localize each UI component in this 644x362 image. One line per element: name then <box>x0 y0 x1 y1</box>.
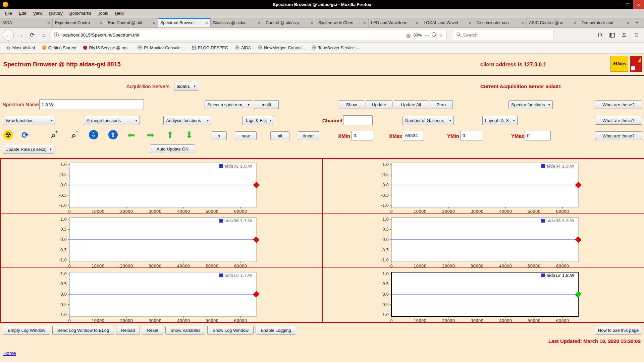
scroll-up-icon[interactable]: ⇧ <box>108 130 118 139</box>
tab-close-icon[interactable]: × <box>521 20 524 25</box>
acquisition-server-select[interactable]: aida01 <box>174 82 198 91</box>
account-icon[interactable] <box>619 30 629 40</box>
reader-mode-icon[interactable]: ▤ <box>406 33 411 38</box>
tab-close-icon[interactable]: × <box>311 20 313 25</box>
zoom-level[interactable]: 80% <box>413 33 422 38</box>
bookmark-elog-despec[interactable]: ELOG DESPEC <box>189 44 231 52</box>
tab-control-aidas-g[interactable]: Control @ aidas-g× <box>263 18 316 27</box>
refresh-icon[interactable]: ⟳ <box>21 130 29 140</box>
menu-bookmarks[interactable]: Bookmarks <box>66 9 95 18</box>
spectra-functions-dropdown[interactable]: Spectra functions <box>508 100 553 109</box>
tab-spectrum-browser[interactable]: Spectrum Browser× <box>158 18 211 27</box>
empty-log-window-button[interactable]: Empty Log Window <box>3 326 50 335</box>
tab-system-wide-chec[interactable]: System wide Chec× <box>316 18 369 27</box>
library-icon[interactable] <box>595 30 605 40</box>
menu-tools[interactable]: Tools <box>95 9 111 18</box>
spectrum-name-input[interactable] <box>39 99 144 110</box>
what-are-these-button-3[interactable]: What are these? <box>595 131 642 140</box>
home-link[interactable]: Home <box>3 351 16 356</box>
chart-cell-aida06[interactable]: 1.00.50.0-0.5-1.001000020000300004000050… <box>0 213 322 268</box>
menu-history[interactable]: History <box>46 9 66 18</box>
tab-run-control-aid[interactable]: Run Control @ aid× <box>105 18 158 27</box>
back-button[interactable]: ← <box>3 29 14 41</box>
new-tab-button[interactable]: + <box>632 18 642 27</box>
radiation-icon[interactable]: ☢ <box>3 130 13 140</box>
scroll-down-icon[interactable]: ⇩ <box>89 130 98 139</box>
how-to-use-button[interactable]: How to use this page <box>595 326 642 335</box>
bookmark-most-visited[interactable]: ⚙Most Visited <box>3 44 38 52</box>
tab-close-icon[interactable]: × <box>205 20 208 25</box>
pan-down-icon[interactable]: ⬇ <box>185 130 193 140</box>
tab-experiment-contro[interactable]: Experiment Contro× <box>53 18 105 27</box>
arrange-functions-dropdown[interactable]: Arrange functions <box>84 116 140 125</box>
send-log-window-to-elog-button[interactable]: Send Log Window to ELog <box>52 326 114 335</box>
select-spectrum-dropdown[interactable]: Select a spectrum <box>205 100 252 109</box>
layout-id-dropdown[interactable]: Layout ID=8 <box>482 116 518 125</box>
show-log-window-button[interactable]: Show Log Window <box>207 326 254 335</box>
bookmark-star-icon[interactable]: ☆ <box>439 33 443 38</box>
xmin-input[interactable] <box>351 131 373 140</box>
tab-close-icon[interactable]: × <box>363 20 366 25</box>
reload-button[interactable]: ⟳ <box>27 30 37 40</box>
number-of-galleries-dropdown[interactable]: Number of Galleries <box>402 116 454 125</box>
analysis-functions-dropdown[interactable]: Analysis functions <box>163 116 211 125</box>
bookmark-newmerger-control[interactable]: NewMerger: Control... <box>255 44 308 52</box>
shield-icon[interactable] <box>432 32 436 38</box>
pan-left-icon[interactable]: ⬅ <box>127 130 135 140</box>
view-functions-dropdown[interactable]: View functions <box>3 116 55 125</box>
tab-close-icon[interactable]: × <box>627 20 629 25</box>
bookmark-aida[interactable]: AIDA <box>232 44 254 52</box>
zoom-in-icon[interactable]: ⌕+ <box>51 130 56 140</box>
auto-update-button[interactable]: Auto Update ON <box>150 144 195 153</box>
what-are-these-button-1[interactable]: What are these? <box>595 100 642 109</box>
menu-file[interactable]: File <box>2 9 15 18</box>
tab-close-icon[interactable]: × <box>258 20 261 25</box>
tab-close-icon[interactable]: × <box>153 20 155 25</box>
bookmark-getting-started[interactable]: Getting Started <box>39 44 79 52</box>
home-button[interactable]: ⌂ <box>39 30 49 40</box>
tab-close-icon[interactable]: × <box>47 20 50 25</box>
tab-led-and-waveform[interactable]: LED and Waveform× <box>369 18 421 27</box>
tab-temperature-and[interactable]: Temperature and× <box>579 18 632 27</box>
tab-statistics-aidas[interactable]: Statistics @ aidas× <box>211 18 263 27</box>
pan-right-icon[interactable]: ➡ <box>147 130 154 140</box>
all-button[interactable]: all <box>270 131 289 140</box>
reload-button[interactable]: Reload <box>116 326 140 335</box>
reset-button[interactable]: Reset <box>142 326 163 335</box>
update-rate-dropdown[interactable]: Update Rate (8 secs) <box>3 145 54 154</box>
close-button[interactable]: × <box>633 0 644 9</box>
tab-close-icon[interactable]: × <box>100 20 103 25</box>
url-input[interactable]: localhost:8015/Spectrum/Spectrum.tml <box>61 33 404 38</box>
ymin-input[interactable] <box>460 131 482 140</box>
menu-view[interactable]: View <box>30 9 46 18</box>
site-info-icon[interactable]: ⓘ <box>54 32 59 38</box>
pan-up-icon[interactable]: ⬆ <box>166 130 174 140</box>
chart-cell-aida10[interactable]: 1.00.50.0-0.5-1.001000020000300004000050… <box>0 268 322 322</box>
tab-close-icon[interactable]: × <box>416 20 419 25</box>
maximize-button[interactable]: □ <box>623 0 633 9</box>
search-input[interactable]: Search <box>463 33 478 38</box>
multi-button[interactable]: multi <box>254 100 279 109</box>
tab-discriminator-con[interactable]: Discriminator con× <box>474 18 527 27</box>
tab-asic-control-ai[interactable]: ASIC Control @ ai× <box>527 18 579 27</box>
tab-aida[interactable]: AIDA× <box>0 18 53 27</box>
chart-cell-aida04[interactable]: 1.00.50.0-0.5-1.001000020000300004000050… <box>322 159 644 213</box>
bookmark-rly16-service-ras[interactable]: Rly16 Service @ ras... <box>80 44 134 52</box>
minimize-button[interactable]: – <box>612 0 623 9</box>
linear-button[interactable]: linear <box>298 131 319 140</box>
tab-close-icon[interactable]: × <box>469 20 471 25</box>
enable-logging-button[interactable]: Enable Logging <box>256 326 296 335</box>
new-button[interactable]: new <box>235 131 257 140</box>
url-bar[interactable]: ⓘ localhost:8015/Spectrum/Spectrum.tml ▤… <box>51 30 446 40</box>
chart-cell-aida02[interactable]: 1.00.50.0-0.5-1.001000020000300004000050… <box>0 159 322 213</box>
forward-button[interactable]: → <box>15 30 25 40</box>
update-button[interactable]: Update <box>366 100 392 109</box>
chart-cell-aida12[interactable]: 1.00.50.0-0.5-1.001000020000300004000050… <box>322 268 644 322</box>
bookmark-tapeserver-service[interactable]: TapeServer Service ... <box>309 44 362 52</box>
update-all-button[interactable]: Update All <box>394 100 428 109</box>
ymax-input[interactable] <box>525 131 551 140</box>
menu-icon[interactable]: ≡ <box>631 30 641 40</box>
bookmark-pi-monitor-console[interactable]: Pi_Monitor Console ... <box>135 44 188 52</box>
tab-close-icon[interactable]: × <box>574 20 577 25</box>
menu-help[interactable]: Help <box>111 9 127 18</box>
